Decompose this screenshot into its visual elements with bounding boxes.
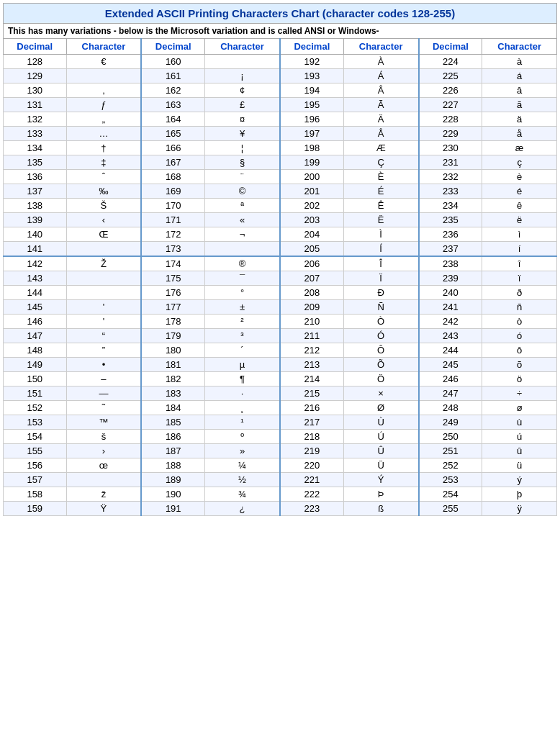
header-character-4: Character	[482, 39, 557, 55]
character-4: ø	[482, 401, 557, 415]
decimal-1: 140	[4, 227, 67, 242]
decimal-2: 163	[141, 98, 204, 112]
character-4: ù	[482, 415, 557, 430]
character-4: ò	[482, 315, 557, 329]
table-row: 141173­205Í237í	[4, 242, 557, 257]
decimal-1: 146	[4, 315, 67, 329]
decimal-3: 204	[280, 227, 343, 242]
character-2: ³	[205, 329, 280, 343]
decimal-2: 179	[141, 329, 204, 343]
character-3: Ø	[343, 401, 418, 415]
decimal-1: 143	[4, 271, 67, 286]
table-row: 159Ÿ191¿223ß255ÿ	[4, 502, 557, 516]
character-3: ß	[343, 502, 418, 516]
decimal-3: 198	[280, 141, 343, 155]
character-1	[66, 473, 141, 487]
character-1: ‹	[66, 213, 141, 227]
character-1: ˆ	[66, 170, 141, 184]
decimal-1: 153	[4, 415, 67, 430]
decimal-2: 188	[141, 458, 204, 473]
character-2: ·	[205, 386, 280, 401]
table-row: 151—183·215×247÷	[4, 386, 557, 401]
decimal-4: 238	[419, 256, 482, 271]
character-2: µ	[205, 358, 280, 372]
decimal-1: 150	[4, 372, 67, 386]
decimal-2: 169	[141, 184, 204, 199]
decimal-3: 192	[280, 55, 343, 69]
decimal-1: 136	[4, 170, 67, 184]
character-3: Ô	[343, 343, 418, 358]
character-1: ,	[66, 83, 141, 98]
decimal-4: 225	[419, 69, 482, 83]
table-row: 137‰169©201É233é	[4, 184, 557, 199]
character-3: Ð	[343, 286, 418, 300]
character-2: °	[205, 286, 280, 300]
decimal-3: 210	[280, 315, 343, 329]
character-2: ²	[205, 315, 280, 329]
decimal-2: 191	[141, 502, 204, 516]
decimal-2: 165	[141, 127, 204, 141]
character-1: —	[66, 386, 141, 401]
decimal-1: 147	[4, 329, 67, 343]
character-3: Å	[343, 127, 418, 141]
decimal-2: 162	[141, 83, 204, 98]
decimal-2: 176	[141, 286, 204, 300]
table-header-row: Decimal Character Decimal Character Deci…	[4, 39, 557, 55]
character-4: ð	[482, 286, 557, 300]
decimal-1: 157	[4, 473, 67, 487]
character-2: ±	[205, 300, 280, 315]
decimal-3: 217	[280, 415, 343, 430]
table-row: 143175¯207Ï239ï	[4, 271, 557, 286]
table-row: 139‹171«203Ë235ë	[4, 213, 557, 227]
character-4: è	[482, 170, 557, 184]
character-4: ë	[482, 213, 557, 227]
character-2: ­	[205, 242, 280, 257]
decimal-4: 249	[419, 415, 482, 430]
character-2: ¨	[205, 170, 280, 184]
decimal-3: 206	[280, 256, 343, 271]
decimal-2: 167	[141, 155, 204, 170]
decimal-2: 186	[141, 430, 204, 444]
decimal-2: 181	[141, 358, 204, 372]
character-3: Ç	[343, 155, 418, 170]
decimal-1: 155	[4, 444, 67, 458]
character-4: ý	[482, 473, 557, 487]
table-row: 131ƒ163£195Ã227ã	[4, 98, 557, 112]
decimal-2: 182	[141, 372, 204, 386]
character-2: ¬	[205, 227, 280, 242]
character-3: Ï	[343, 271, 418, 286]
decimal-2: 174	[141, 256, 204, 271]
decimal-3: 222	[280, 487, 343, 502]
decimal-3: 221	[280, 473, 343, 487]
decimal-1: 130	[4, 83, 67, 98]
decimal-4: 251	[419, 444, 482, 458]
decimal-3: 197	[280, 127, 343, 141]
character-4: ÷	[482, 386, 557, 401]
decimal-2: 189	[141, 473, 204, 487]
decimal-2: 185	[141, 415, 204, 430]
character-1: “	[66, 329, 141, 343]
decimal-2: 172	[141, 227, 204, 242]
character-4: â	[482, 83, 557, 98]
decimal-4: 236	[419, 227, 482, 242]
character-3: Ë	[343, 213, 418, 227]
character-1: ”	[66, 343, 141, 358]
character-1: €	[66, 55, 141, 69]
decimal-4: 246	[419, 372, 482, 386]
character-1: Š	[66, 199, 141, 213]
decimal-3: 216	[280, 401, 343, 415]
decimal-4: 240	[419, 286, 482, 300]
character-1: œ	[66, 458, 141, 473]
decimal-1: 137	[4, 184, 67, 199]
decimal-1: 156	[4, 458, 67, 473]
header-character-1: Character	[66, 39, 141, 55]
character-1	[66, 286, 141, 300]
character-1: ‡	[66, 155, 141, 170]
decimal-1: 158	[4, 487, 67, 502]
character-3: Ì	[343, 227, 418, 242]
character-3: Ê	[343, 199, 418, 213]
character-1: …	[66, 127, 141, 141]
decimal-2: 161	[141, 69, 204, 83]
decimal-4: 229	[419, 127, 482, 141]
decimal-1: 148	[4, 343, 67, 358]
